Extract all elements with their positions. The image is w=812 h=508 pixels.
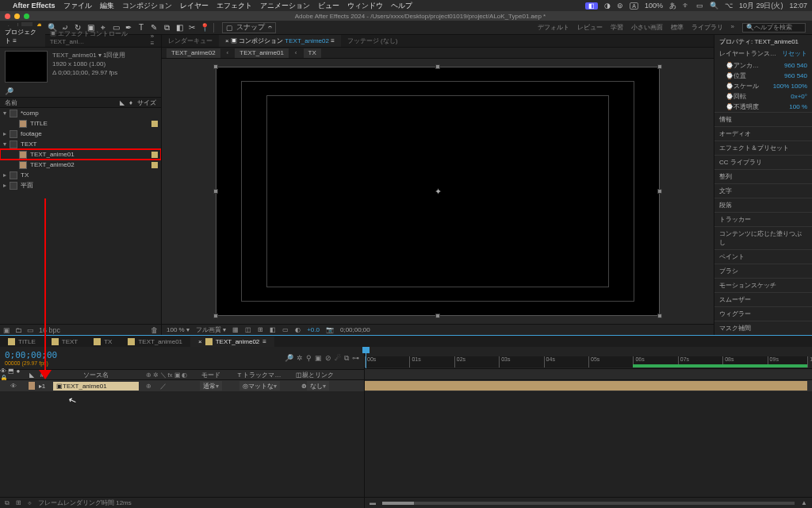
guides-icon[interactable]: ⊞	[258, 326, 263, 333]
flow-chip-2[interactable]: TX	[304, 48, 321, 58]
props-reset[interactable]: リセット	[782, 49, 807, 58]
control-center-icon[interactable]: ⌥	[725, 2, 733, 10]
mode-dropdown[interactable]: 通常	[200, 381, 222, 391]
menu-anim[interactable]: アニメーション	[260, 1, 310, 11]
tab-render-queue[interactable]: レンダーキュー	[162, 35, 219, 47]
workspace-standard[interactable]: 標準	[671, 23, 684, 33]
snap-toggle[interactable]: ▢ スナップ 𝄐	[222, 22, 276, 33]
current-timecode[interactable]: 0;00;00;00	[5, 350, 57, 360]
panel-cclib[interactable]: CC ライブラリ	[714, 155, 812, 169]
bpc-toggle[interactable]: 16 bpc	[39, 326, 60, 334]
exposure[interactable]: +0.0	[307, 326, 320, 333]
preview-time[interactable]: 0;00;00;00	[340, 326, 370, 333]
channel-icon[interactable]: ◧	[270, 326, 276, 333]
col-source[interactable]: ソース名	[48, 370, 143, 379]
tl-sun-icon[interactable]: ✲	[297, 354, 303, 363]
matte-dropdown[interactable]: ◎ マットな	[239, 381, 280, 391]
menu-view[interactable]: ビュー	[318, 1, 339, 11]
clone-tool-icon[interactable]: ⧉	[161, 22, 172, 33]
panel-info[interactable]: 情報	[714, 112, 812, 126]
transparency-grid-icon[interactable]: ▦	[232, 326, 239, 333]
zoom-in-icon[interactable]: ▲	[801, 499, 807, 506]
menu-comp[interactable]: コンポジション	[122, 1, 172, 11]
tl-fx-icon[interactable]: ⊘	[325, 354, 331, 363]
tab-composition[interactable]: × ▣ コンポジション TEXT_anime02 ≡	[219, 35, 341, 47]
workspace-library[interactable]: ライブラリ	[691, 23, 723, 33]
project-item-text-anime01[interactable]: TEXT_anime01	[0, 149, 161, 160]
snapshot-icon[interactable]: 📷	[326, 326, 334, 333]
eraser-tool-icon[interactable]: ◧	[174, 22, 185, 33]
panel-paint[interactable]: ペイント	[714, 249, 812, 264]
cc-icon[interactable]: ⊚	[617, 2, 623, 10]
tl-link-icon[interactable]: ⊶	[352, 354, 359, 363]
tl-mb-icon[interactable]: ☄	[335, 354, 341, 363]
current-time-indicator[interactable]	[366, 347, 366, 368]
panel-tracker[interactable]: トラッカー	[714, 212, 812, 226]
panel-contentfill[interactable]: コンテンツに応じた塗りつぶし	[714, 226, 812, 249]
project-search[interactable]: 🔎	[0, 86, 161, 97]
brush-tool-icon[interactable]: ✎	[148, 22, 159, 33]
workspace-small[interactable]: 小さい画面	[631, 23, 663, 33]
parent-dropdown[interactable]: なし	[307, 381, 329, 391]
input-mode-jp[interactable]: あ	[669, 1, 676, 11]
cloud-icon[interactable]: ◑	[604, 2, 611, 10]
menu-help[interactable]: ヘルプ	[391, 1, 412, 11]
tab-project[interactable]: プロジェクト ≡	[0, 26, 45, 47]
label-icon[interactable]: ◣	[120, 99, 124, 106]
zoom-out-icon[interactable]: ▬	[370, 499, 376, 506]
col-size[interactable]: サイズ	[137, 98, 156, 107]
tl-shy-icon[interactable]: ⚲	[306, 354, 312, 363]
panel-para[interactable]: 段落	[714, 198, 812, 212]
app-name[interactable]: After Effects	[13, 2, 56, 10]
roto-tool-icon[interactable]: ✂	[186, 22, 197, 33]
trash-icon[interactable]: 🗑	[151, 326, 158, 334]
color-mgmt-icon[interactable]: ◐	[295, 326, 301, 333]
workspace-learn[interactable]: 学習	[611, 23, 623, 33]
tl-draft-icon[interactable]: ▣	[315, 354, 322, 363]
tl-tab-title[interactable]: TITLE	[0, 337, 44, 347]
interpret-icon[interactable]: ▣	[3, 326, 10, 334]
panel-char[interactable]: 文字	[714, 183, 812, 198]
menu-effect[interactable]: エフェクト	[216, 1, 252, 11]
tab-effect-controls[interactable]: ▣ エフェクトコントロール TEXT_ani…	[45, 28, 147, 47]
resolution-dropdown[interactable]: フル画質 ▾	[196, 325, 226, 334]
col-name[interactable]: 名前	[5, 98, 17, 107]
help-search[interactable]: 🔍 ヘルプを検索	[742, 23, 806, 33]
col-mode[interactable]: モード	[190, 370, 232, 379]
menu-window[interactable]: ウィンドウ	[347, 1, 383, 11]
minimize-icon[interactable]	[14, 13, 20, 19]
flow-chip-0[interactable]: TEXT_anime02	[167, 48, 220, 58]
menubar-time[interactable]: 12:07	[789, 2, 807, 10]
wifi-icon[interactable]: ᯤ	[683, 2, 690, 10]
tl-toggle-modes-icon[interactable]: ⊞	[16, 499, 21, 506]
panel-audio[interactable]: オーディオ	[714, 126, 812, 140]
panel-motion[interactable]: モーションスケッチ	[714, 278, 812, 292]
zoom-icon[interactable]	[24, 13, 29, 19]
workspace-default[interactable]: デフォルト	[538, 23, 569, 33]
menu-layer[interactable]: レイヤー	[180, 1, 209, 11]
workspace-more-icon[interactable]: »	[731, 23, 734, 33]
tl-tab-anime02[interactable]: × TEXT_anime02 ≡	[190, 337, 274, 347]
flow-chip-1[interactable]: TEXT_anime01	[235, 48, 289, 58]
panel-mask[interactable]: マスク補間	[714, 321, 812, 335]
tl-graph-icon[interactable]: ⧉	[344, 354, 349, 363]
panel-smoother[interactable]: スムーザー	[714, 292, 812, 306]
panel-align[interactable]: 整列	[714, 169, 812, 183]
close-icon[interactable]	[5, 13, 10, 19]
panel-menu-icon[interactable]: » ≡	[147, 33, 161, 47]
tl-search-icon[interactable]: 🔎	[285, 354, 293, 363]
menubar-date[interactable]: 10月 29日(火)	[739, 1, 783, 11]
input-mode-a[interactable]: A	[630, 2, 638, 10]
col-trackmatte[interactable]: T トラックマ…	[232, 370, 287, 379]
new-comp-icon[interactable]: ▭	[27, 326, 34, 334]
layer-bar-1[interactable]	[365, 380, 812, 391]
workspace-review[interactable]: レビュー	[577, 23, 603, 33]
menu-file[interactable]: ファイル	[63, 1, 92, 11]
layer-row-1[interactable]: 👁 ▸ 1 ▣ TEXT_anime01 ⊕／ 通常 ◎ マットな ⊚ なし	[0, 380, 364, 391]
tl-tab-tx[interactable]: TX	[86, 337, 120, 347]
work-area[interactable]	[633, 364, 807, 368]
type-icon[interactable]: ♦	[129, 99, 132, 106]
menu-edit[interactable]: 編集	[100, 1, 114, 11]
timeline-zoom-slider[interactable]	[382, 502, 795, 505]
tl-toggle-switches-icon[interactable]: ⧉	[5, 499, 10, 507]
